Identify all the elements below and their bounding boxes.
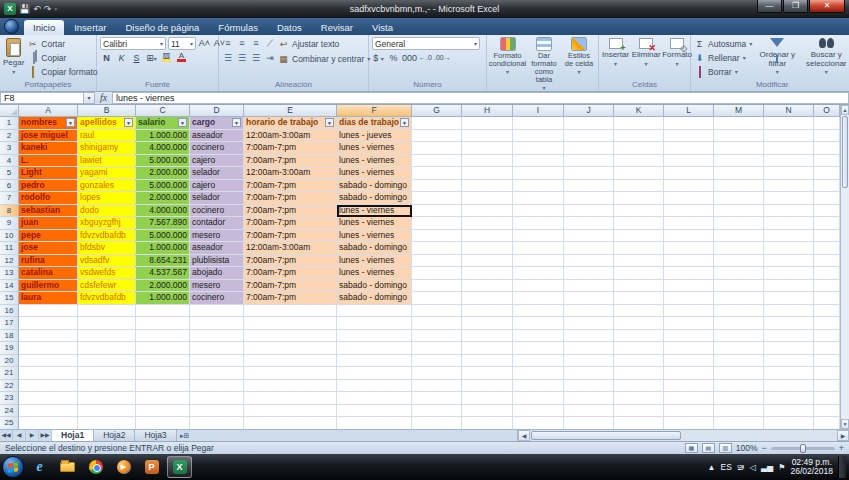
cell-A3[interactable]: kaneki bbox=[19, 142, 78, 155]
ribbon-tab-revisar[interactable]: Revisar bbox=[312, 20, 362, 35]
cell-L8[interactable] bbox=[664, 205, 714, 218]
cell-C1[interactable]: salario▼ bbox=[136, 117, 190, 130]
cell-A25[interactable] bbox=[19, 417, 78, 429]
cell-K10[interactable] bbox=[614, 230, 664, 243]
cell-F7[interactable]: sabado - domingo bbox=[337, 192, 412, 205]
cell-L18[interactable] bbox=[664, 330, 714, 343]
ribbon-tab-insertar[interactable]: Insertar bbox=[65, 20, 115, 35]
cell-M22[interactable] bbox=[714, 380, 764, 393]
cell-O16[interactable] bbox=[814, 305, 840, 318]
taskbar-chrome[interactable] bbox=[83, 456, 108, 478]
row-header-4[interactable]: 4 bbox=[0, 155, 19, 168]
row-header-25[interactable]: 25 bbox=[0, 417, 19, 429]
cell-B19[interactable] bbox=[78, 342, 136, 355]
cell-F12[interactable]: lunes - viernes bbox=[337, 255, 412, 268]
language-indicator[interactable]: ES bbox=[720, 462, 731, 472]
cell-L22[interactable] bbox=[664, 380, 714, 393]
zoom-slider[interactable] bbox=[771, 447, 835, 450]
cell-styles-button[interactable]: Estilos de celda▾ bbox=[563, 37, 595, 76]
cell-J1[interactable] bbox=[564, 117, 614, 130]
cell-H19[interactable] bbox=[462, 342, 513, 355]
cell-A12[interactable]: rufina bbox=[19, 255, 78, 268]
cell-G18[interactable] bbox=[412, 330, 462, 343]
cell-H6[interactable] bbox=[462, 180, 513, 193]
cell-H18[interactable] bbox=[462, 330, 513, 343]
row-header-18[interactable]: 18 bbox=[0, 330, 19, 343]
cell-N3[interactable] bbox=[764, 142, 814, 155]
cell-I15[interactable] bbox=[513, 292, 564, 305]
cell-A17[interactable] bbox=[19, 317, 78, 330]
cell-O14[interactable] bbox=[814, 280, 840, 293]
column-header-J[interactable]: J bbox=[564, 105, 614, 117]
cell-M20[interactable] bbox=[714, 355, 764, 368]
cell-N7[interactable] bbox=[764, 192, 814, 205]
cell-D22[interactable] bbox=[190, 380, 244, 393]
cell-D24[interactable] bbox=[190, 405, 244, 418]
zoom-in-button[interactable]: + bbox=[839, 443, 844, 453]
cell-N15[interactable] bbox=[764, 292, 814, 305]
cell-M19[interactable] bbox=[714, 342, 764, 355]
cell-G13[interactable] bbox=[412, 267, 462, 280]
cell-N4[interactable] bbox=[764, 155, 814, 168]
cell-B15[interactable]: fdvzvdbafdb bbox=[78, 292, 136, 305]
cell-I2[interactable] bbox=[513, 130, 564, 143]
cell-A4[interactable]: L. bbox=[19, 155, 78, 168]
cell-L13[interactable] bbox=[664, 267, 714, 280]
cell-H2[interactable] bbox=[462, 130, 513, 143]
cell-I20[interactable] bbox=[513, 355, 564, 368]
cell-N17[interactable] bbox=[764, 317, 814, 330]
cell-O25[interactable] bbox=[814, 417, 840, 429]
action-center-icon[interactable]: ⚑ bbox=[778, 463, 785, 472]
cell-D19[interactable] bbox=[190, 342, 244, 355]
cell-J21[interactable] bbox=[564, 367, 614, 380]
cell-K18[interactable] bbox=[614, 330, 664, 343]
cell-M18[interactable] bbox=[714, 330, 764, 343]
cell-F1[interactable]: dias de trabajo▼ bbox=[337, 117, 412, 130]
cell-E13[interactable]: 7:00am-7:pm bbox=[244, 267, 337, 280]
cell-M1[interactable] bbox=[714, 117, 764, 130]
row-header-9[interactable]: 9 bbox=[0, 217, 19, 230]
cell-O5[interactable] bbox=[814, 167, 840, 180]
start-button[interactable] bbox=[2, 456, 24, 478]
cell-C23[interactable] bbox=[136, 392, 190, 405]
cell-B10[interactable]: fdvzvdbafdb bbox=[78, 230, 136, 243]
ribbon-tab-datos[interactable]: Datos bbox=[268, 20, 311, 35]
fill-color-button[interactable]: ▨ bbox=[160, 52, 173, 65]
cell-E5[interactable]: 12:00am-3:00am bbox=[244, 167, 337, 180]
comma-style-button[interactable]: 000 bbox=[402, 52, 417, 65]
zoom-level[interactable]: 100% bbox=[736, 443, 758, 453]
cell-J11[interactable] bbox=[564, 242, 614, 255]
cell-I4[interactable] bbox=[513, 155, 564, 168]
cell-I22[interactable] bbox=[513, 380, 564, 393]
cell-E8[interactable]: 7:00am-7:pm bbox=[244, 205, 337, 218]
row-header-21[interactable]: 21 bbox=[0, 367, 19, 380]
cell-M3[interactable] bbox=[714, 142, 764, 155]
merge-center-button[interactable]: ▦Combinar y centrar ▾ bbox=[278, 52, 370, 65]
cell-L5[interactable] bbox=[664, 167, 714, 180]
cell-D4[interactable]: cajero bbox=[190, 155, 244, 168]
ribbon-tab-vista[interactable]: Vista bbox=[363, 20, 402, 35]
cell-O7[interactable] bbox=[814, 192, 840, 205]
align-bottom-icon[interactable]: ≡ bbox=[250, 37, 262, 50]
currency-button[interactable]: $ ▾ bbox=[372, 52, 385, 65]
cell-K7[interactable] bbox=[614, 192, 664, 205]
cell-F10[interactable]: lunes - viernes bbox=[337, 230, 412, 243]
cell-H4[interactable] bbox=[462, 155, 513, 168]
group-label[interactable]: Número bbox=[369, 80, 486, 91]
cell-E7[interactable]: 7:00am-7:pm bbox=[244, 192, 337, 205]
cell-K16[interactable] bbox=[614, 305, 664, 318]
scroll-down-button[interactable]: ▼ bbox=[841, 419, 849, 429]
cell-C16[interactable] bbox=[136, 305, 190, 318]
align-left-icon[interactable]: ☰ bbox=[222, 52, 234, 65]
cell-H11[interactable] bbox=[462, 242, 513, 255]
cell-H22[interactable] bbox=[462, 380, 513, 393]
cell-K19[interactable] bbox=[614, 342, 664, 355]
cell-D21[interactable] bbox=[190, 367, 244, 380]
cell-E16[interactable] bbox=[244, 305, 337, 318]
cell-I25[interactable] bbox=[513, 417, 564, 429]
cell-D25[interactable] bbox=[190, 417, 244, 429]
cell-I19[interactable] bbox=[513, 342, 564, 355]
cell-I3[interactable] bbox=[513, 142, 564, 155]
cell-L17[interactable] bbox=[664, 317, 714, 330]
cell-J22[interactable] bbox=[564, 380, 614, 393]
